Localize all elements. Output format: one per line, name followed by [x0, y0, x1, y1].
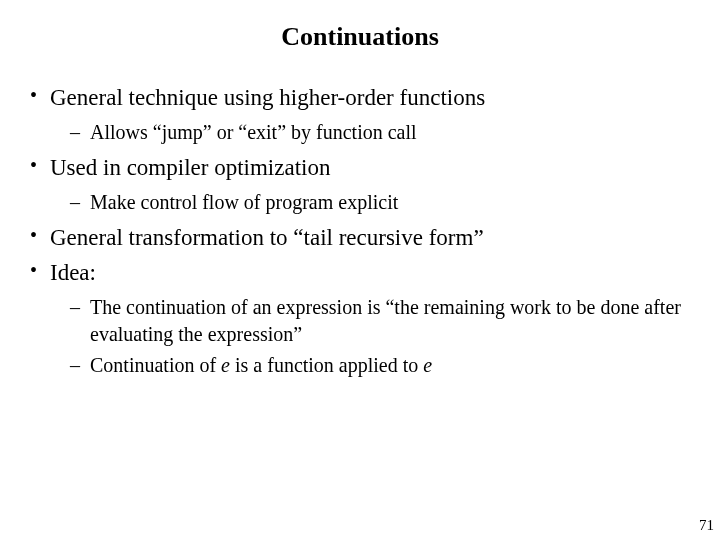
bullet-1: General technique using higher-order fun…	[22, 82, 698, 146]
page-number: 71	[699, 517, 714, 534]
bullet-4-sub-1: The continuation of an expression is “th…	[50, 294, 698, 348]
bullet-3: General transformation to “tail recursiv…	[22, 222, 698, 253]
bullet-1-sub-1: Allows “jump” or “exit” by function call	[50, 119, 698, 146]
bullet-4-sublist: The continuation of an expression is “th…	[50, 294, 698, 379]
slide-content: General technique using higher-order fun…	[0, 82, 720, 379]
outer-list: General technique using higher-order fun…	[22, 82, 698, 379]
bullet-4-sub-2-part-a: Continuation of	[90, 354, 221, 376]
bullet-2-text: Used in compiler optimization	[50, 155, 330, 180]
bullet-2-sub-1: Make control flow of program explicit	[50, 189, 698, 216]
bullet-4: Idea: The continuation of an expression …	[22, 257, 698, 379]
bullet-1-sublist: Allows “jump” or “exit” by function call	[50, 119, 698, 146]
bullet-4-sub-2: Continuation of e is a function applied …	[50, 352, 698, 379]
slide-title: Continuations	[0, 22, 720, 52]
bullet-4-sub-2-var-2: e	[423, 354, 432, 376]
bullet-2: Used in compiler optimization Make contr…	[22, 152, 698, 216]
bullet-1-text: General technique using higher-order fun…	[50, 85, 485, 110]
bullet-2-sublist: Make control flow of program explicit	[50, 189, 698, 216]
bullet-4-text: Idea:	[50, 260, 96, 285]
bullet-4-sub-2-var-1: e	[221, 354, 230, 376]
bullet-4-sub-2-part-b: is a function applied to	[230, 354, 423, 376]
